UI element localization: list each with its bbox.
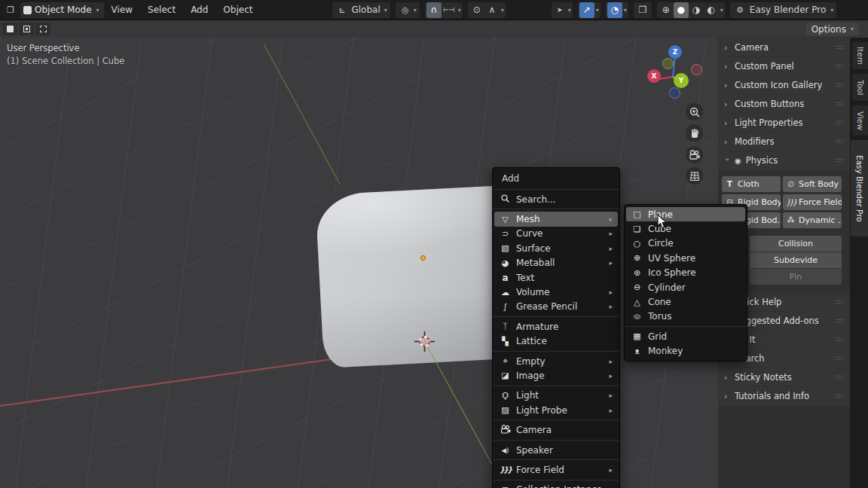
menu-item-search[interactable]: Search...: [494, 192, 618, 206]
drag-grip-icon[interactable]: [836, 119, 844, 127]
force-field-button[interactable]: }}} Force Field: [783, 194, 842, 210]
orientation-dropdown[interactable]: ⊾ Global ▾: [332, 2, 390, 18]
gizmo-x-axis[interactable]: X: [647, 69, 661, 83]
panel-header-custom-panel[interactable]: Custom Panel: [718, 57, 850, 75]
sidebar-tab-tool[interactable]: Tool: [851, 73, 868, 102]
menu-item-light[interactable]: Ϙ Light: [494, 389, 618, 403]
drag-grip-icon[interactable]: [836, 374, 844, 381]
menu-select[interactable]: Select: [140, 5, 183, 15]
menu-item-image[interactable]: ◪ Image: [494, 368, 618, 383]
camera-view-button[interactable]: [686, 146, 703, 163]
panel-header-camera[interactable]: Camera: [718, 38, 850, 56]
soft-body-button[interactable]: ∅ Soft Body: [783, 176, 842, 192]
menu-separator: [493, 316, 619, 317]
menu-item-grease-pencil[interactable]: ∫ Grease Pencil: [494, 300, 618, 314]
submenu-item-cone[interactable]: △ Cone: [626, 294, 745, 309]
mode-dropdown[interactable]: Object Mode ▾: [20, 2, 104, 18]
gizmo-neg-y-axis[interactable]: [662, 58, 674, 69]
pivot-dropdown[interactable]: ◎ ▾: [396, 2, 420, 18]
menu-item-lattice[interactable]: ▚ Lattice: [494, 334, 618, 349]
xray-toggle[interactable]: ❐: [634, 2, 652, 18]
addon-dropdown[interactable]: ⚙ Easy Blender Pro ▾: [730, 2, 836, 18]
drag-grip-icon[interactable]: [836, 44, 844, 51]
chevron-down-icon: ▾: [568, 7, 571, 14]
cloth-button[interactable]: T Cloth: [722, 176, 781, 192]
drag-grip-icon[interactable]: [836, 355, 844, 362]
orientation-label: Global: [349, 5, 382, 15]
menu-object[interactable]: Object: [215, 5, 260, 15]
drag-grip-icon[interactable]: [836, 63, 844, 70]
submenu-item-ico-sphere[interactable]: ⊛ Ico Sphere: [626, 266, 745, 280]
panel-header-sticky-notets[interactable]: Sticky Notets: [718, 368, 850, 386]
gizmo-neg-z-axis[interactable]: [669, 87, 680, 99]
pin-button[interactable]: Pin: [750, 269, 842, 285]
menu-item-empty[interactable]: ⌖ Empty: [494, 354, 618, 368]
drag-grip-icon[interactable]: [836, 157, 844, 164]
submenu-item-plane[interactable]: □ Plane: [626, 207, 745, 221]
sidebar-tab-view[interactable]: View: [851, 105, 868, 136]
overlays-toggle[interactable]: ◔ ▾: [606, 2, 628, 18]
menu-item-surface[interactable]: ▧ Surface: [494, 241, 618, 255]
menu-item-curve[interactable]: ⊃ Curve: [494, 227, 618, 241]
menu-item-camera[interactable]: Camera: [494, 422, 618, 437]
pan-button[interactable]: [686, 124, 703, 142]
sidebar-tab-easy-blender-pro[interactable]: Easy Blender Pro: [850, 139, 868, 237]
drag-grip-icon[interactable]: [836, 138, 844, 145]
gizmo-y-axis[interactable]: Y: [674, 73, 689, 88]
select-lasso-tool[interactable]: [35, 23, 50, 35]
menu-item-metaball[interactable]: ◕ Metaball: [494, 256, 618, 270]
orthographic-toggle-button[interactable]: [686, 167, 703, 185]
submenu-item-uv-sphere[interactable]: ⊕ UV Sphere: [626, 251, 745, 265]
panel-header-custom-buttons[interactable]: Custom Buttons: [718, 95, 850, 113]
menu-add[interactable]: Add: [183, 5, 215, 15]
shading-solid-icon[interactable]: ●: [674, 2, 689, 18]
gizmo-z-axis[interactable]: Z: [668, 45, 682, 59]
select-tweak-tool[interactable]: [2, 23, 17, 35]
zoom-button[interactable]: [686, 103, 703, 120]
menu-view[interactable]: View: [104, 5, 140, 15]
menu-item-speaker[interactable]: ◀) Speaker: [494, 443, 618, 457]
panel-header-physics[interactable]: ◉ Physics: [718, 151, 850, 169]
drag-grip-icon[interactable]: [836, 336, 844, 343]
box-select-icon: [23, 26, 30, 32]
subdevide-button[interactable]: Subdevide: [750, 252, 842, 268]
falloff-curve-icon[interactable]: ∧: [484, 2, 500, 18]
submenu-item-monkey[interactable]: ᴥ Monkey: [626, 344, 745, 358]
menu-item-light-probe[interactable]: ▨ Light Probe: [494, 403, 618, 417]
dynamic-paint-button[interactable]: ⁂ Dynamic ...: [783, 212, 842, 228]
options-button[interactable]: Options ▾: [806, 23, 859, 35]
submenu-item-torus[interactable]: ◎ Torus: [626, 310, 745, 324]
proportional-editing-icon[interactable]: ⊙: [469, 2, 484, 18]
editor-type-icon[interactable]: ❒: [4, 3, 17, 17]
submenu-item-grid[interactable]: ▦ Grid: [626, 329, 745, 343]
submenu-item-cylinder[interactable]: ⊖ Cylinder: [626, 280, 745, 294]
panel-header-custom-icon-gallery[interactable]: Custom Icon Gallery: [718, 76, 850, 94]
gizmo-neg-x-axis[interactable]: [691, 64, 702, 75]
panel-header-modifiers[interactable]: Modifiers: [718, 133, 850, 151]
shading-material-icon[interactable]: ◑: [689, 2, 704, 18]
sidebar-tab-item[interactable]: Item: [851, 41, 868, 70]
shading-rendered-icon[interactable]: ◐: [704, 2, 719, 18]
drag-grip-icon[interactable]: [836, 81, 844, 89]
drag-grip-icon[interactable]: [836, 317, 844, 325]
submenu-item-cube[interactable]: ❏ Cube: [626, 221, 745, 236]
menu-item-volume[interactable]: ☁ Volume: [494, 285, 618, 299]
menu-item-mesh[interactable]: ▽ Mesh: [494, 212, 618, 226]
menu-item-collection-instance[interactable]: ⊡ Collection Instance: [494, 483, 618, 488]
drag-grip-icon[interactable]: [836, 298, 844, 306]
menu-item-force-field[interactable]: }}} Force Field: [494, 462, 618, 477]
panel-header-tutorials-and-info[interactable]: Tutorials and Info: [718, 387, 850, 405]
panel-header-light-properties[interactable]: Light Properties: [718, 114, 850, 132]
snap-with-icon[interactable]: ⊢⊣: [442, 2, 457, 18]
snap-magnet-icon[interactable]: ∩: [426, 2, 442, 18]
visibility-dropdown[interactable]: ➤ ▾: [552, 2, 573, 18]
gizmos-toggle[interactable]: ↗ ▾: [578, 2, 601, 18]
submenu-item-circle[interactable]: ○ Circle: [626, 236, 745, 251]
collision-button[interactable]: Collision: [750, 236, 842, 252]
menu-item-armature[interactable]: ᛉ Armature: [494, 319, 618, 334]
drag-grip-icon[interactable]: [836, 392, 844, 400]
menu-item-text[interactable]: a Text: [494, 270, 618, 285]
select-box-tool[interactable]: [19, 23, 34, 35]
shading-wireframe-icon[interactable]: ⊕: [659, 2, 674, 18]
drag-grip-icon[interactable]: [836, 100, 844, 108]
